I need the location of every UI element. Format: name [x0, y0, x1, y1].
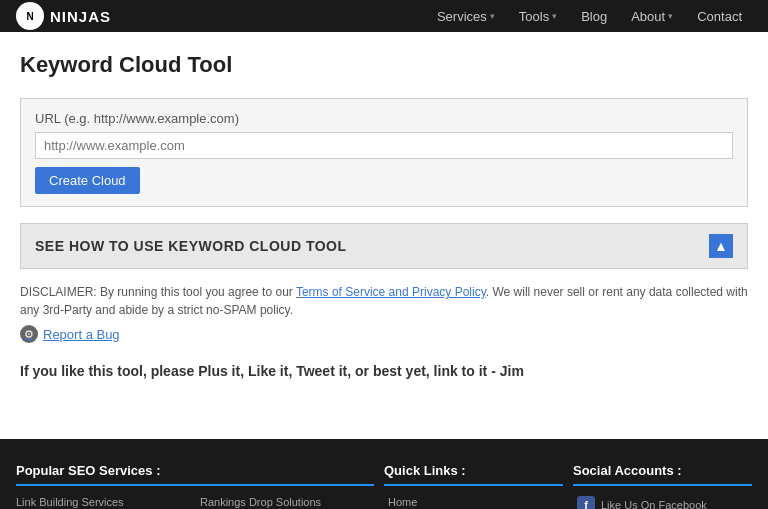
promo-text: If you like this tool, please Plus it, L… [20, 363, 748, 379]
nav-tools[interactable]: Tools ▾ [509, 3, 567, 30]
logo-icon: N [16, 2, 44, 30]
bug-icon: ⚙ [20, 325, 38, 343]
footer-seo-section: Popular SEO Services : Link Building Ser… [16, 463, 374, 509]
nav-contact[interactable]: Contact [687, 3, 752, 30]
expand-icon: ▲ [709, 234, 733, 258]
footer-columns: Popular SEO Services : Link Building Ser… [16, 463, 752, 509]
footer: Popular SEO Services : Link Building Ser… [0, 439, 768, 509]
how-to-banner[interactable]: SEE HOW TO USE KEYWORD CLOUD TOOL ▲ [20, 223, 748, 269]
footer-seo-cols: Link Building Services Linkable Asset Cr… [16, 496, 374, 509]
chevron-down-icon: ▾ [490, 11, 495, 21]
url-form: URL (e.g. http://www.example.com) Create… [20, 98, 748, 207]
footer-social-section: Social Accounts : f Like Us On Facebook … [573, 463, 752, 509]
footer-social-col: f Like Us On Facebook ✦ Follow Us On Twi… [573, 496, 752, 509]
main-content: Keyword Cloud Tool URL (e.g. http://www.… [4, 32, 764, 439]
nav-blog[interactable]: Blog [571, 3, 617, 30]
how-to-label: SEE HOW TO USE KEYWORD CLOUD TOOL [35, 238, 347, 254]
footer-quicklinks-col: Home About Ninjas Ninja Leadership Team … [384, 496, 563, 509]
link-home[interactable]: Home [388, 496, 559, 508]
page-title: Keyword Cloud Tool [20, 52, 748, 78]
create-cloud-button[interactable]: Create Cloud [35, 167, 140, 194]
nav-about[interactable]: About ▾ [621, 3, 683, 30]
chevron-down-icon: ▾ [552, 11, 557, 21]
nav-services[interactable]: Services ▾ [427, 3, 505, 30]
footer-seo-col1: Link Building Services Linkable Asset Cr… [16, 496, 190, 509]
chevron-down-icon: ▾ [668, 11, 673, 21]
tos-link[interactable]: Terms of Service and Privacy Policy [296, 285, 486, 299]
logo-text: NINJAS [50, 8, 111, 25]
navigation: N NINJAS Services ▾ Tools ▾ Blog About ▾… [0, 0, 768, 32]
url-input[interactable] [35, 132, 733, 159]
url-label: URL (e.g. http://www.example.com) [35, 111, 733, 126]
facebook-icon: f [577, 496, 595, 509]
logo: N NINJAS [16, 2, 111, 30]
disclaimer-text: DISCLAIMER: By running this tool you agr… [20, 283, 748, 319]
footer-inner: Popular SEO Services : Link Building Ser… [16, 463, 752, 509]
report-bug-link[interactable]: ⚙ Report a Bug [20, 325, 748, 343]
link-building[interactable]: Link Building Services [16, 496, 190, 508]
footer-quicklinks-title: Quick Links : [384, 463, 563, 486]
rankings-drop[interactable]: Rankings Drop Solutions [200, 496, 374, 508]
footer-seo-col2: Rankings Drop Solutions Conversion Optim… [200, 496, 374, 509]
facebook-link[interactable]: f Like Us On Facebook [577, 496, 748, 509]
footer-quicklinks-section: Quick Links : Home About Ninjas Ninja Le… [384, 463, 563, 509]
footer-seo-title: Popular SEO Services : [16, 463, 374, 486]
footer-social-title: Social Accounts : [573, 463, 752, 486]
nav-links: Services ▾ Tools ▾ Blog About ▾ Contact [427, 3, 752, 30]
